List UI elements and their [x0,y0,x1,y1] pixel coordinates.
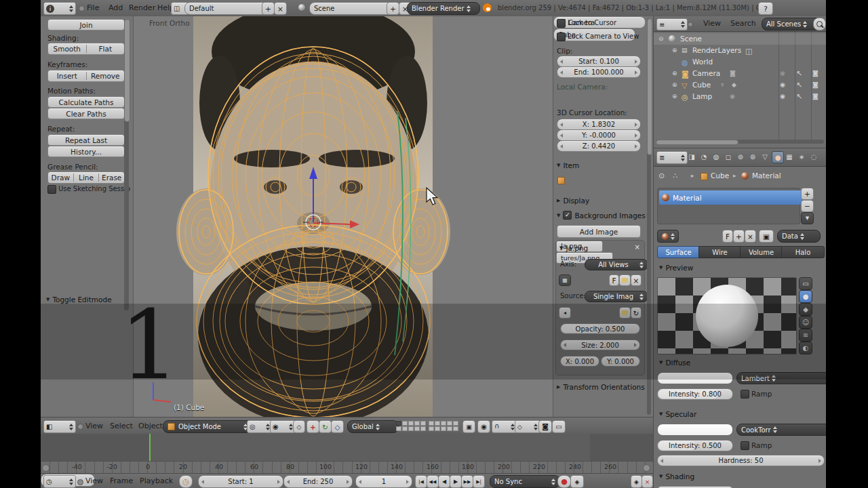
specular-panel-header[interactable]: ▼ Specular [659,410,696,418]
toggle-editmode-panel-header[interactable]: ▼ Toggle Editmode [46,296,112,304]
eye-icon[interactable]: ◉ [780,93,785,100]
image-browse-icon[interactable]: ◂ [559,307,571,319]
expand-icon[interactable]: ⊕ [672,81,677,88]
use-preview-range-icon[interactable]: ◷ [179,475,193,488]
manipulator-scale-icon[interactable]: ◇ [331,420,344,433]
render-restrict-icon[interactable]: ◙ [812,93,818,100]
preview-cube-icon[interactable]: ◆ [799,303,812,316]
view3d-view-menu[interactable]: View [85,422,103,430]
add-scene-button[interactable]: + [387,2,399,15]
next-keyframe-button[interactable]: ▶▶ [461,475,473,488]
remove-image-icon[interactable]: × [635,243,640,251]
orientation-dropdown[interactable]: Global [347,420,399,433]
use-sketching-checkbox[interactable] [47,185,56,194]
delete-keyframes-icon[interactable]: × [642,475,653,488]
specular-intensity-slider[interactable]: Intensity: 0.500 [657,440,733,451]
viewport-shading-dropdown[interactable]: ◎ [247,420,273,433]
item-panel-header[interactable]: ▼ Item [557,161,579,169]
manipulator-translate-icon[interactable]: + [307,420,319,433]
prev-keyframe-button[interactable]: ◀◀ [427,475,439,488]
diffuse-color-swatch[interactable] [657,372,733,384]
ruler-scroll-handle-left[interactable] [42,464,50,472]
record-icon[interactable]: ● [557,475,571,488]
opacity-slider[interactable]: Opacity: 0.500 [560,323,640,334]
diffuse-panel-header[interactable]: ▼ Diffuse [659,359,690,367]
expand-icon[interactable]: ⊖ [658,35,664,42]
tree-item-lamp[interactable]: Lamp [692,92,712,100]
clear-paths-button[interactable]: Clear Paths [47,108,125,119]
smooth-button[interactable]: Smooth [48,45,87,53]
tree-item-renderlayers[interactable]: RenderLayers [692,46,741,54]
tab-physics-icon[interactable]: ◌ [808,151,819,162]
open-image-icon[interactable] [619,274,631,286]
slot-specials-icon[interactable]: ▼ [801,212,814,224]
remove-slot-button[interactable]: − [801,200,814,212]
keying-set-icon[interactable]: ◈ [570,475,584,488]
opengl-render-icon[interactable]: ◙ [538,420,552,433]
offset-y-field[interactable]: Y: 0.000 [601,356,640,367]
view3d-object-menu[interactable]: Object [138,422,163,430]
expand-icon[interactable]: ⊕ [672,47,677,54]
lock-to-scene-icon[interactable]: ▣ [462,420,475,433]
outliner-view-menu[interactable]: View [703,19,721,28]
outliner-editor-type-button[interactable]: ≡ [656,18,688,30]
timeline-ruler[interactable]: -40 -20 0 20 40 60 80 100 120 140 160 18… [41,461,653,474]
lock-to-cursor-checkbox[interactable] [557,19,566,28]
layers-grid-2[interactable] [429,421,458,431]
material-slot-selected[interactable]: Material [659,190,802,205]
cursor-y-field[interactable]: Y: -0.0000 [557,129,641,141]
n-panel-scrollbar[interactable] [647,18,651,415]
tab-texture-icon[interactable]: ▦ [784,151,795,162]
new-material-button[interactable]: + [733,230,745,243]
collapse-dot-icon[interactable] [79,5,85,12]
menu-add[interactable]: Add [108,3,123,12]
outliner-scrollbar[interactable] [656,140,824,144]
remove-keyframe-button[interactable]: Remove [87,72,125,80]
tab-mod-icon[interactable]: ⊛ [747,151,758,162]
selectable-pointer-icon[interactable]: ↖ [796,69,802,78]
transform-orientations-panel-header[interactable]: ▶ Transform Orientations [557,383,645,391]
search-icon[interactable] [813,18,826,30]
expand-icon[interactable]: ⊕ [672,70,677,77]
draw-button[interactable]: Draw [48,174,74,182]
tab-render-icon[interactable]: ◨ [686,151,697,162]
line-button[interactable]: Line [74,174,100,182]
diffuse-ramp-checkbox[interactable] [741,390,749,399]
frame-start-field[interactable]: Start: 1 [198,475,283,488]
scene-name-field[interactable]: Scene [309,2,395,15]
outliner-filter-dropdown[interactable]: All Scenes [762,18,821,30]
link-data-dropdown[interactable]: Data [777,230,821,243]
timeline-editor-type-button[interactable]: ◷ [43,475,76,488]
sync-dropdown[interactable]: No Sync [490,475,560,488]
background-images-checkbox[interactable]: ✓ [563,211,572,220]
properties-editor-type-button[interactable]: ≣ [656,151,688,164]
erase-button[interactable]: Erase [99,174,124,182]
pivot-align-icon[interactable]: ◇ [293,420,305,433]
view3d-editor-type-button[interactable]: ◧ [43,420,76,433]
breadcrumb-material[interactable]: Material [752,171,781,180]
manipulator-rotate-icon[interactable]: ↻ [319,420,332,433]
collapse-dot-icon[interactable] [77,479,83,485]
unlink-material-button[interactable]: × [745,230,756,243]
mode-dropdown[interactable]: Object Mode [163,420,252,433]
unlink-image-icon[interactable]: × [631,274,642,286]
source-dropdown[interactable]: Single Imag [585,291,648,302]
tab-volume[interactable]: Volume [740,246,783,258]
tab-halo[interactable]: Halo [781,246,825,258]
jump-to-end-button[interactable]: ▶| [473,475,485,488]
tab-particles-icon[interactable]: ∗ [796,151,807,162]
tab-surface[interactable]: Surface [657,246,700,258]
join-button[interactable]: Join [47,19,125,30]
eye-icon[interactable]: ◉ [780,70,785,77]
add-image-button[interactable]: Add Image [557,225,641,238]
timeline-playback-menu[interactable]: Playback [140,476,173,485]
fake-user-button[interactable]: F [722,230,733,243]
reload-image-icon[interactable]: ↻ [631,307,642,319]
image-datablock-icon[interactable]: ▦ [559,274,571,286]
editor-type-button[interactable]: i [43,2,76,15]
calculate-paths-button[interactable]: Calculate Paths [47,96,125,108]
menu-file[interactable]: File [87,3,99,12]
close-screen-button[interactable]: × [274,2,287,15]
timeline-frame-menu[interactable]: Frame [110,476,133,485]
lock-camera-checkbox[interactable] [557,33,566,41]
